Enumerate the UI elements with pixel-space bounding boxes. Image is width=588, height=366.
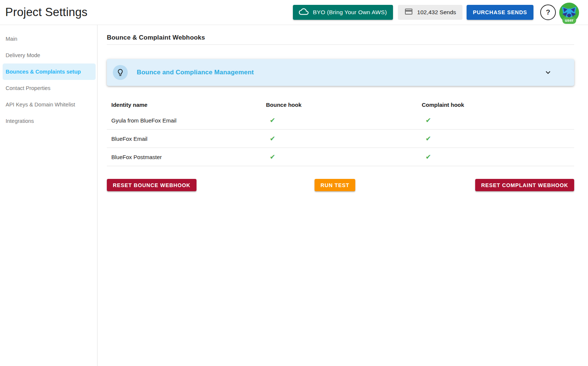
reset-complaint-webhook-button[interactable]: RESET COMPLAINT WEBHOOK (475, 179, 574, 191)
byo-aws-button-label: BYO (Bring Your Own AWS) (313, 9, 387, 16)
heading-divider (107, 44, 574, 45)
run-test-button[interactable]: RUN TEST (315, 179, 355, 191)
sends-badge: 102,432 Sends (398, 5, 462, 20)
sidebar-item-main[interactable]: Main (3, 31, 96, 47)
table-row: BlueFox Email ✔ ✔ (107, 130, 574, 148)
column-header-bounce-hook: Bounce hook (261, 102, 417, 108)
sends-count-label: 102,432 Sends (417, 9, 456, 16)
sidebar-item-label: Integrations (6, 118, 34, 124)
header: Project Settings BYO (Bring Your Own AWS… (0, 0, 588, 25)
purchase-sends-button[interactable]: PURCHASE SENDS (467, 5, 533, 20)
table-row: BlueFox Postmaster ✔ ✔ (107, 148, 574, 166)
check-icon: ✔ (425, 135, 431, 142)
main-content: Bounce & Complaint Webhooks Bounce and C… (98, 25, 588, 366)
credit-card-icon (404, 7, 413, 18)
sidebar-item-contact-properties[interactable]: Contact Properties (3, 80, 96, 96)
info-banner[interactable]: Bounce and Compliance Management (107, 59, 574, 86)
check-icon: ✔ (425, 153, 431, 161)
check-icon: ✔ (425, 117, 431, 124)
identity-name: Gyula from BlueFox Email (107, 117, 261, 124)
sidebar-item-label: Bounces & Complaints setup (6, 69, 81, 75)
body: Main Delivery Mode Bounces & Complaints … (0, 25, 588, 366)
check-icon: ✔ (270, 135, 275, 142)
sidebar-item-api-keys-domain-whitelist[interactable]: API Keys & Domain Whitelist (3, 96, 96, 113)
sidebar-item-delivery-mode[interactable]: Delivery Mode (3, 47, 96, 63)
lightbulb-icon (113, 65, 128, 80)
cloud-icon (299, 7, 309, 18)
purchase-sends-button-label: PURCHASE SENDS (473, 9, 527, 15)
sidebar-item-bounces-complaints-setup[interactable]: Bounces & Complaints setup (3, 63, 96, 80)
sidebar-item-label: Main (6, 36, 17, 42)
reset-bounce-webhook-button[interactable]: RESET BOUNCE WEBHOOK (107, 179, 196, 191)
chevron-down-icon[interactable] (544, 68, 553, 77)
identity-name: BlueFox Postmaster (107, 154, 261, 160)
section-heading: Bounce & Complaint Webhooks (107, 34, 574, 41)
app-root: Project Settings BYO (Bring Your Own AWS… (0, 0, 588, 366)
help-button[interactable]: ? (540, 4, 556, 20)
webhooks-table: Identity name Bounce hook Complaint hook… (107, 98, 574, 166)
column-header-identity-name: Identity name (107, 102, 261, 108)
identity-name: BlueFox Email (107, 136, 261, 142)
check-icon: ✔ (270, 117, 275, 124)
avatar[interactable]: user (559, 3, 579, 22)
table-row: Gyula from BlueFox Email ✔ ✔ (107, 111, 574, 130)
table-header-row: Identity name Bounce hook Complaint hook (107, 98, 574, 111)
sidebar-item-integrations[interactable]: Integrations (3, 113, 96, 129)
sidebar: Main Delivery Mode Bounces & Complaints … (0, 25, 98, 366)
column-header-complaint-hook: Complaint hook (417, 102, 574, 108)
sidebar-item-label: Contact Properties (6, 85, 50, 91)
sidebar-item-label: Delivery Mode (6, 52, 40, 58)
user-role-badge: user (562, 17, 576, 24)
byo-aws-button[interactable]: BYO (Bring Your Own AWS) (293, 5, 393, 20)
page-title: Project Settings (5, 6, 87, 19)
sidebar-item-label: API Keys & Domain Whitelist (6, 102, 75, 108)
question-mark-icon: ? (546, 8, 550, 16)
action-button-row: RESET BOUNCE WEBHOOK RUN TEST RESET COMP… (107, 179, 574, 191)
check-icon: ✔ (270, 153, 275, 161)
banner-title: Bounce and Compliance Management (137, 69, 254, 76)
